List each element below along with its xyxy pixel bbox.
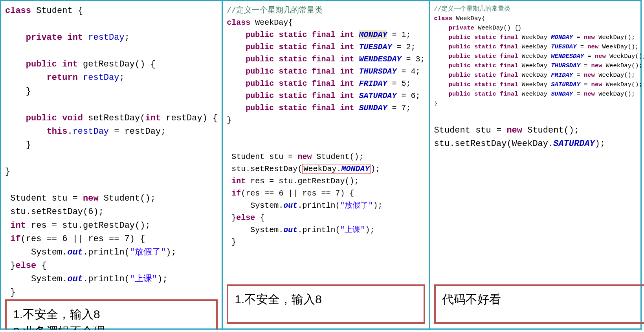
note-line: 2.业务逻辑不合理 [13, 323, 210, 330]
code-block-3b: Student stu = new Student(); stu.setRest… [434, 124, 644, 151]
note-line: 1.不安全，输入8 [235, 291, 417, 308]
panel-2: //定义一个星期几的常量类 class WeekDay{ public stat… [222, 1, 429, 328]
note-box-1: 1.不安全，输入8 2.业务逻辑不合理 [5, 299, 218, 330]
panel-3: //定义一个星期几的常量类 class WeekDay{ private Wee… [429, 1, 644, 328]
code-block-2: //定义一个星期几的常量类 class WeekDay{ public stat… [227, 4, 425, 248]
note-line: 1.不安全，输入8 [13, 306, 210, 323]
panel-1: class Student { private int restDay; pub… [1, 1, 222, 328]
highlighted-argument: WeekDay.MONDAY [302, 164, 371, 174]
note-line: 代码不好看 [442, 291, 638, 308]
three-panel-container: class Student { private int restDay; pub… [0, 0, 642, 330]
note-box-2: 1.不安全，输入8 [227, 284, 425, 324]
note-box-3: 代码不好看 [434, 284, 644, 324]
code-block-3a: //定义一个星期几的常量类 class WeekDay{ private Wee… [434, 4, 644, 108]
code-block-1: class Student { private int restDay; pub… [5, 4, 218, 299]
